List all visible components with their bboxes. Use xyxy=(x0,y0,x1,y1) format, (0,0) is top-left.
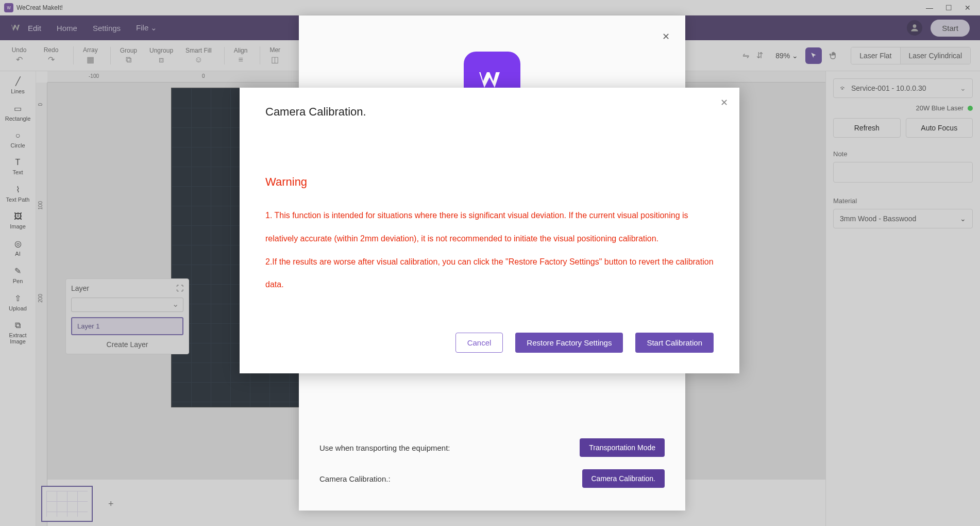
group-button[interactable]: Group⧉ xyxy=(110,47,137,64)
window-titlebar: w WeCreat MakeIt! — ☐ ✕ xyxy=(0,0,980,15)
pen-icon: ✎ xyxy=(14,266,21,276)
group-icon: ⧉ xyxy=(126,55,131,64)
ungroup-icon: ⧈ xyxy=(159,55,164,64)
rectangle-icon: ▭ xyxy=(14,104,22,113)
note-label: Note xyxy=(833,150,973,158)
refresh-button[interactable]: Refresh xyxy=(833,118,901,138)
grid-icon: ▦ xyxy=(87,55,94,64)
chevron-down-icon: ⌄ xyxy=(960,84,966,92)
close-dialog-icon[interactable]: ✕ xyxy=(720,97,728,108)
menu-home[interactable]: Home xyxy=(57,24,77,32)
layer-item-1[interactable]: Layer 1 xyxy=(71,317,183,335)
ruler-vertical: 0 100 200 xyxy=(36,83,47,526)
upload-icon: ⇧ xyxy=(14,293,21,303)
add-page-button[interactable]: + xyxy=(108,499,114,509)
tool-image[interactable]: 🖼Image xyxy=(3,212,33,229)
svg-point-0 xyxy=(913,24,917,28)
wifi-icon: ᯤ xyxy=(840,84,847,92)
tab-laser-flat[interactable]: Laser Flat xyxy=(851,47,900,64)
align-button[interactable]: Align≡ xyxy=(224,47,248,64)
line-icon: ╱ xyxy=(15,76,21,86)
user-avatar[interactable] xyxy=(907,20,922,36)
chevron-down-icon: ⌄ xyxy=(960,215,966,223)
camera-calib-label: Camera Calibration.: xyxy=(319,474,391,483)
expand-icon[interactable]: ⛶ xyxy=(176,284,183,292)
text-icon: T xyxy=(15,158,21,167)
person-icon: ☺ xyxy=(194,55,202,64)
chevron-down-icon: ⌄ xyxy=(150,23,157,32)
menu-edit[interactable]: Edit xyxy=(28,24,41,32)
tool-circle[interactable]: ○Circle xyxy=(3,131,33,149)
warning-body: 1. This function is intended for situati… xyxy=(265,204,714,297)
redo-icon: ↷ xyxy=(48,55,55,64)
transportation-mode-button[interactable]: Transportation Mode xyxy=(580,438,665,457)
flip-h-icon[interactable]: ⇋ xyxy=(742,51,749,60)
ungroup-button[interactable]: Ungroup⧈ xyxy=(149,47,173,64)
image-icon: 🖼 xyxy=(14,212,22,221)
camera-calibration-dialog: ✕ Camera Calibration. Warning 1. This fu… xyxy=(240,88,739,373)
tool-ai[interactable]: ◎AI xyxy=(3,239,33,257)
array-button[interactable]: Array▦ xyxy=(73,46,98,64)
undo-button[interactable]: Undo↶ xyxy=(9,46,29,64)
tool-rectangle[interactable]: ▭Rectangle xyxy=(3,104,33,122)
status-dot-icon xyxy=(968,106,973,111)
chevron-down-icon: ⌄ xyxy=(792,52,798,60)
smart-fill-button[interactable]: Smart Fill☺ xyxy=(185,47,212,64)
app-title: WeCreat MakeIt! xyxy=(16,4,63,11)
warning-heading: Warning xyxy=(265,175,714,189)
start-calibration-button[interactable]: Start Calibration xyxy=(635,333,714,353)
tool-extract-image[interactable]: ⧉Extract Image xyxy=(3,321,33,344)
note-input[interactable] xyxy=(833,162,973,183)
laser-mode-tabs: Laser Flat Laser Cylindrical xyxy=(851,47,971,64)
text-path-icon: ⌇ xyxy=(16,185,20,194)
layer-panel: Layer⛶ Layer 1 Create Layer xyxy=(65,278,189,354)
align-icon: ≡ xyxy=(238,55,243,64)
flip-v-icon[interactable]: ⇵ xyxy=(756,51,763,60)
layer-select[interactable] xyxy=(71,298,183,312)
connection-label: Service-001 - 10.0.0.30 xyxy=(851,84,926,92)
tool-text[interactable]: TText xyxy=(3,158,33,175)
page-thumb-1[interactable] xyxy=(41,486,93,522)
circle-icon: ○ xyxy=(15,131,21,140)
merge-button[interactable]: Mer◫ xyxy=(260,46,280,64)
ai-icon: ◎ xyxy=(14,239,22,249)
cursor-tool-button[interactable] xyxy=(805,47,822,64)
redo-button[interactable]: Redo↷ xyxy=(41,46,61,64)
transport-label: Use when transporting the equipment: xyxy=(319,443,450,452)
start-button[interactable]: Start xyxy=(931,20,970,37)
tool-upload[interactable]: ⇧Upload xyxy=(3,293,33,311)
close-icon[interactable]: ✕ xyxy=(662,31,670,42)
maximize-button[interactable]: ☐ xyxy=(945,4,952,12)
device-connection[interactable]: ᯤ Service-001 - 10.0.0.30 ⌄ xyxy=(833,78,973,98)
minimize-button[interactable]: — xyxy=(926,4,933,12)
material-select[interactable]: 3mm Wood - Basswood⌄ xyxy=(833,209,973,228)
material-label: Material xyxy=(833,197,973,205)
tool-pen[interactable]: ✎Pen xyxy=(3,266,33,284)
layer-panel-title: Layer xyxy=(71,284,89,292)
close-window-button[interactable]: ✕ xyxy=(965,4,971,12)
extract-icon: ⧉ xyxy=(15,321,21,330)
right-panel: ᯤ Service-001 - 10.0.0.30 ⌄ 20W Blue Las… xyxy=(825,71,980,526)
brand-logo-icon xyxy=(10,22,23,34)
cancel-button[interactable]: Cancel xyxy=(455,333,503,353)
tool-lines[interactable]: ╱Lines xyxy=(3,76,33,94)
tab-laser-cylindrical[interactable]: Laser Cylindrical xyxy=(901,47,970,64)
hand-tool-button[interactable] xyxy=(827,49,840,62)
app-icon: w xyxy=(4,3,13,12)
zoom-control[interactable]: 89%⌄ xyxy=(775,52,798,60)
undo-icon: ↶ xyxy=(16,55,23,64)
merge-icon: ◫ xyxy=(271,55,279,64)
menu-settings[interactable]: Settings xyxy=(93,24,121,32)
left-toolbar: ╱Lines ▭Rectangle ○Circle TText ⌇Text Pa… xyxy=(0,71,36,526)
page-thumbnails: + xyxy=(41,486,114,522)
auto-focus-button[interactable]: Auto Focus xyxy=(906,118,973,138)
laser-info: 20W Blue Laser xyxy=(833,104,973,112)
create-layer-button[interactable]: Create Layer xyxy=(71,340,183,349)
camera-calibration-button[interactable]: Camera Calibration. xyxy=(582,469,665,488)
tool-text-path[interactable]: ⌇Text Path xyxy=(3,185,33,203)
restore-factory-button[interactable]: Restore Factory Settings xyxy=(515,333,623,353)
menu-file[interactable]: File ⌄ xyxy=(136,23,157,32)
dialog-title: Camera Calibration. xyxy=(265,105,714,119)
